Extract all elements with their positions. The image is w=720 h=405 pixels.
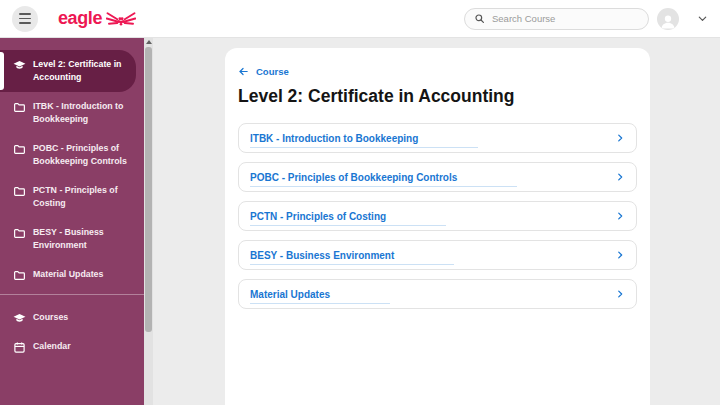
- sidebar-item-label: Material Updates: [33, 268, 103, 281]
- user-avatar[interactable]: [657, 8, 679, 30]
- hamburger-icon: [19, 22, 31, 24]
- avatar-icon: [659, 12, 677, 30]
- back-link-label: Course: [256, 66, 289, 77]
- chevron-right-icon: [615, 249, 625, 261]
- profile-menu-toggle[interactable]: [697, 13, 708, 24]
- folder-icon: [13, 100, 26, 113]
- sidebar-item-besy[interactable]: BESY - Business Environment: [0, 218, 144, 260]
- calendar-icon: [13, 340, 26, 353]
- main-content-area: Course Level 2: Certificate in Accountin…: [153, 38, 720, 405]
- sidebar-item-courses[interactable]: Courses: [0, 303, 144, 332]
- course-link-label: POBC - Principles of Bookkeeping Control…: [250, 172, 457, 183]
- course-card: Course Level 2: Certificate in Accountin…: [225, 48, 650, 405]
- course-link-label: ITBK - Introduction to Bookkeeping: [250, 133, 418, 144]
- back-to-course-link[interactable]: Course: [238, 66, 289, 77]
- hamburger-icon: [19, 18, 31, 20]
- sidebar-item-pctn[interactable]: PCTN - Principles of Costing: [0, 176, 144, 218]
- sidebar-item-itbk[interactable]: ITBK - Introduction to Bookkeeping: [0, 92, 144, 134]
- back-arrow-icon: [238, 66, 249, 77]
- course-link-pobc[interactable]: POBC - Principles of Bookkeeping Control…: [238, 162, 637, 192]
- folder-icon: [13, 142, 26, 155]
- chevron-right-icon: [615, 210, 625, 222]
- hamburger-icon: [19, 13, 31, 15]
- course-link-list: ITBK - Introduction to Bookkeeping POBC …: [238, 123, 637, 309]
- chevron-right-icon: [615, 288, 625, 300]
- scrollbar-thumb[interactable]: [145, 47, 152, 332]
- sidebar-item-material-updates[interactable]: Material Updates: [0, 260, 144, 289]
- logo-text: eagle: [58, 8, 102, 29]
- sidebar-item-pobc[interactable]: POBC - Principles of Bookkeeping Control…: [0, 134, 144, 176]
- course-link-besy[interactable]: BESY - Business Environment: [238, 240, 637, 270]
- sidebar-item-calendar[interactable]: Calendar: [0, 332, 144, 361]
- chevron-right-icon: [615, 171, 625, 183]
- sidebar-item-label: Courses: [33, 311, 68, 324]
- search-input[interactable]: [492, 13, 639, 24]
- top-header: eagle: [0, 0, 720, 38]
- search-icon: [474, 13, 485, 24]
- course-link-label: BESY - Business Environment: [250, 250, 394, 261]
- sidebar-item-label: Calendar: [33, 340, 71, 353]
- course-link-pctn[interactable]: PCTN - Principles of Costing: [238, 201, 637, 231]
- folder-icon: [13, 226, 26, 239]
- sidebar-item-label: Level 2: Certificate in Accounting: [33, 58, 126, 84]
- sidebar-item-label: BESY - Business Environment: [33, 226, 134, 252]
- course-link-label: PCTN - Principles of Costing: [250, 211, 386, 222]
- course-link-label: Material Updates: [250, 289, 330, 300]
- course-link-itbk[interactable]: ITBK - Introduction to Bookkeeping: [238, 123, 637, 153]
- app-logo[interactable]: eagle: [58, 8, 136, 29]
- sidebar-item-label: PCTN - Principles of Costing: [33, 184, 134, 210]
- course-link-material-updates[interactable]: Material Updates: [238, 279, 637, 309]
- page-title: Level 2: Certificate in Accounting: [238, 86, 637, 107]
- active-indicator-bar: [0, 52, 4, 90]
- sidebar-item-level2-certificate[interactable]: Level 2: Certificate in Accounting: [0, 50, 136, 92]
- course-search-box[interactable]: [464, 8, 649, 30]
- chevron-down-icon: [697, 13, 708, 24]
- chevron-right-icon: [615, 132, 625, 144]
- graduation-cap-icon: [13, 311, 26, 324]
- eagle-wings-icon: [106, 10, 136, 27]
- sidebar-item-label: ITBK - Introduction to Bookkeeping: [33, 100, 134, 126]
- hamburger-menu-button[interactable]: [12, 6, 38, 32]
- sidebar-item-label: POBC - Principles of Bookkeeping Control…: [33, 142, 134, 168]
- course-sidebar: Level 2: Certificate in Accounting ITBK …: [0, 38, 144, 405]
- page-scrollbar[interactable]: [144, 38, 153, 405]
- folder-icon: [13, 184, 26, 197]
- scroll-up-arrow-icon[interactable]: [146, 40, 152, 44]
- sidebar-divider: [0, 294, 144, 295]
- graduation-cap-icon: [13, 58, 26, 71]
- folder-icon: [13, 268, 26, 281]
